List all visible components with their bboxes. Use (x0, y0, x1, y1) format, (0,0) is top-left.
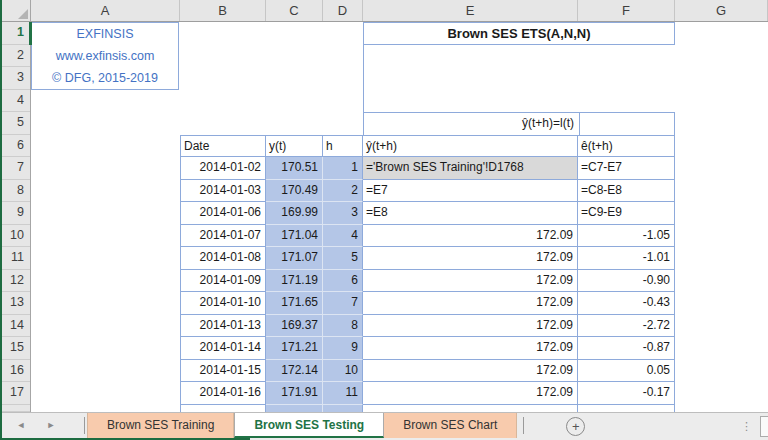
row-header-6[interactable]: 6 (0, 135, 31, 158)
cell-B9[interactable]: 2014-01-06 (180, 202, 266, 225)
cell-E7[interactable]: ='Brown SES Training'!D1768 (363, 157, 578, 180)
row-header-3[interactable]: 3 (0, 67, 31, 90)
cell-C18-partial[interactable] (266, 405, 323, 413)
cell-F9[interactable]: =C9-E9 (578, 202, 675, 225)
cell-B11[interactable]: 2014-01-08 (180, 247, 266, 270)
cell-C16[interactable]: 172.14 (266, 360, 323, 383)
cell-F8[interactable]: =C8-E8 (578, 180, 675, 203)
next-sheet-icon[interactable]: ► (44, 413, 58, 438)
cell-F18-partial[interactable] (578, 405, 675, 413)
cell-C8[interactable]: 170.49 (266, 180, 323, 203)
select-all-corner[interactable] (0, 0, 31, 21)
prev-sheet-icon[interactable]: ◄ (14, 413, 28, 438)
cell-C17[interactable]: 171.91 (266, 382, 323, 405)
header-cell-h[interactable]: h (323, 135, 363, 158)
cell-D12[interactable]: 6 (323, 270, 363, 293)
cell-E17[interactable]: 172.09 (363, 382, 578, 405)
column-header-E[interactable]: E (363, 0, 578, 21)
row-header-17[interactable]: 17 (0, 382, 31, 405)
cell-B10[interactable]: 2014-01-07 (180, 225, 266, 248)
header-cell-y[interactable]: y(t) (266, 135, 323, 158)
tab-options-dots-icon[interactable]: ⋮ (741, 413, 752, 439)
cell-F10[interactable]: -1.05 (578, 225, 675, 248)
cell-F13[interactable]: -0.43 (578, 292, 675, 315)
row-header-7[interactable]: 7 (0, 157, 31, 180)
cell-D14[interactable]: 8 (323, 315, 363, 338)
row-header-12[interactable]: 12 (0, 270, 31, 293)
cell-D13[interactable]: 7 (323, 292, 363, 315)
row-header-11[interactable]: 11 (0, 247, 31, 270)
cell-B8[interactable]: 2014-01-03 (180, 180, 266, 203)
cell-B14[interactable]: 2014-01-13 (180, 315, 266, 338)
new-sheet-button[interactable]: + (566, 417, 585, 436)
cell-E13[interactable]: 172.09 (363, 292, 578, 315)
cell-B18-partial[interactable] (180, 405, 266, 413)
hscrollbar-stub[interactable] (760, 416, 768, 437)
cell-D16[interactable]: 10 (323, 360, 363, 383)
column-header-C[interactable]: C (266, 0, 323, 21)
cell-F7[interactable]: =C7-E7 (578, 157, 675, 180)
cell-D11[interactable]: 5 (323, 247, 363, 270)
cell-D8[interactable]: 2 (323, 180, 363, 203)
row-header-16[interactable]: 16 (0, 360, 31, 383)
cell-D17[interactable]: 11 (323, 382, 363, 405)
cell-D10[interactable]: 4 (323, 225, 363, 248)
cell-F17[interactable]: -0.17 (578, 382, 675, 405)
sheet-tab-brown-ses-training[interactable]: Brown SES Training (87, 413, 234, 438)
cell-D7[interactable]: 1 (323, 157, 363, 180)
cell-B12[interactable]: 2014-01-09 (180, 270, 266, 293)
row-header-8[interactable]: 8 (0, 180, 31, 203)
cell-E15[interactable]: 172.09 (363, 337, 578, 360)
row-header-10[interactable]: 10 (0, 225, 31, 248)
row-header-5[interactable]: 5 (0, 112, 31, 135)
cell-E12[interactable]: 172.09 (363, 270, 578, 293)
cell-B7[interactable]: 2014-01-02 (180, 157, 266, 180)
cell-B16[interactable]: 2014-01-15 (180, 360, 266, 383)
row-header-1[interactable]: 1 (0, 22, 31, 45)
header-cell-date[interactable]: Date (180, 135, 266, 158)
row-header-4[interactable]: 4 (0, 90, 31, 113)
cell-C14[interactable]: 169.37 (266, 315, 323, 338)
header-cell-ehat[interactable]: ê(t+h) (578, 135, 675, 158)
row-header-9[interactable]: 9 (0, 202, 31, 225)
cell-B15[interactable]: 2014-01-14 (180, 337, 266, 360)
row-header-14[interactable]: 14 (0, 315, 31, 338)
cell-C15[interactable]: 171.21 (266, 337, 323, 360)
logo-cell[interactable]: EXFINSIS www.exfinsis.com © DFG, 2015-20… (31, 22, 179, 90)
cell-F11[interactable]: -1.01 (578, 247, 675, 270)
column-header-F[interactable]: F (578, 0, 675, 21)
cell-D9[interactable]: 3 (323, 202, 363, 225)
cell-C13[interactable]: 171.65 (266, 292, 323, 315)
cell-E10[interactable]: 172.09 (363, 225, 578, 248)
cell-C7[interactable]: 170.51 (266, 157, 323, 180)
cell-D18-partial[interactable] (323, 405, 363, 413)
cell-B17[interactable]: 2014-01-16 (180, 382, 266, 405)
cell-C9[interactable]: 169.99 (266, 202, 323, 225)
cell-E11[interactable]: 172.09 (363, 247, 578, 270)
cell-E9[interactable]: =E8 (363, 202, 578, 225)
cell-D15[interactable]: 9 (323, 337, 363, 360)
sheet-grid[interactable]: EXFINSIS www.exfinsis.com © DFG, 2015-20… (31, 22, 768, 412)
cell-F15[interactable]: -0.87 (578, 337, 675, 360)
equation-cell[interactable]: ŷ(t+h)=l(t) (363, 112, 675, 135)
cell-F12[interactable]: -0.90 (578, 270, 675, 293)
column-header-G[interactable]: G (675, 0, 768, 21)
column-header-D[interactable]: D (323, 0, 363, 21)
row-header-2[interactable]: 2 (0, 45, 31, 68)
cell-B13[interactable]: 2014-01-10 (180, 292, 266, 315)
sheet-tab-brown-ses-chart[interactable]: Brown SES Chart (384, 413, 517, 438)
cell-F16[interactable]: 0.05 (578, 360, 675, 383)
row-header-13[interactable]: 13 (0, 292, 31, 315)
cell-C10[interactable]: 171.04 (266, 225, 323, 248)
header-cell-yhat[interactable]: ŷ(t+h) (363, 135, 578, 158)
cell-C12[interactable]: 171.19 (266, 270, 323, 293)
cell-F14[interactable]: -2.72 (578, 315, 675, 338)
cell-E16[interactable]: 172.09 (363, 360, 578, 383)
cell-E8[interactable]: =E7 (363, 180, 578, 203)
column-header-A[interactable]: A (31, 0, 180, 21)
cell-E18-partial[interactable] (363, 405, 578, 413)
cell-E14[interactable]: 172.09 (363, 315, 578, 338)
cell-C11[interactable]: 171.07 (266, 247, 323, 270)
sheet-tab-brown-ses-testing[interactable]: Brown SES Testing (234, 413, 384, 438)
title-cell[interactable]: Brown SES ETS(A,N,N) (363, 22, 675, 45)
